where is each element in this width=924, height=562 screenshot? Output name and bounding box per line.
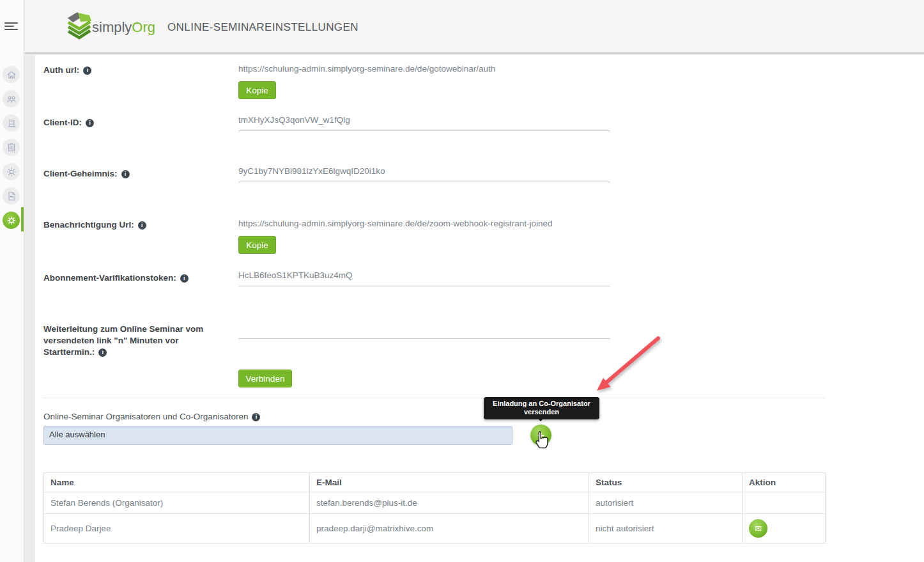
sidebar-item-people[interactable] bbox=[3, 90, 20, 107]
redirect-minutes-label: Weiterleitung zum Online Seminar vom ver… bbox=[43, 324, 226, 358]
app-header: simplyOrg ONLINE-SEMINAREINSTELLUNGEN bbox=[25, 0, 924, 54]
info-icon[interactable]: i bbox=[83, 66, 91, 75]
page-title: ONLINE-SEMINAREINSTELLUNGEN bbox=[167, 21, 358, 34]
organizer-email: stefan.berends@plus-it.de bbox=[310, 492, 589, 514]
client-id-label: Client-ID:i bbox=[43, 117, 94, 129]
notification-url-value: https://schulung-admin.simplyorg-seminar… bbox=[238, 219, 552, 228]
sidebar-item-seminars[interactable] bbox=[3, 139, 20, 156]
info-icon[interactable]: i bbox=[86, 119, 94, 127]
organizer-name: Pradeep Darjee bbox=[44, 514, 310, 543]
simplyorg-logo bbox=[65, 11, 93, 42]
building-icon bbox=[6, 118, 17, 129]
organizers-table: Name E-Mail Status Aktion Stefan Berends… bbox=[43, 472, 826, 543]
action-cell: ✉ bbox=[743, 514, 826, 543]
organizer-select[interactable]: Alle auswählen bbox=[43, 426, 512, 445]
client-secret-label: Client-Geheimnis:i bbox=[43, 168, 130, 180]
redirect-minutes-input-underline bbox=[238, 338, 610, 339]
client-id-input[interactable]: tmXHyXJsQ3qonVW_w1fQlg bbox=[238, 115, 350, 125]
client-id-input-underline bbox=[238, 130, 610, 131]
people-icon bbox=[6, 94, 17, 104]
info-icon[interactable]: i bbox=[138, 221, 146, 230]
table-row: Pradeep Darjee pradeep.darji@matrixhive.… bbox=[44, 514, 826, 543]
organizer-name: Stefan Berends (Organisator) bbox=[44, 492, 310, 514]
hand-cursor-icon bbox=[534, 430, 550, 451]
info-icon[interactable]: i bbox=[180, 274, 189, 283]
notification-url-label: Benachrichtigung Url:i bbox=[43, 219, 146, 231]
online-seminar-settings-page: simplyOrg ONLINE-SEMINAREINSTELLUNGEN Au… bbox=[0, 0, 924, 562]
sidebar-item-documents[interactable] bbox=[3, 187, 20, 205]
document-icon bbox=[6, 191, 17, 201]
home-icon bbox=[6, 70, 17, 80]
envelope-icon: ✉ bbox=[755, 524, 762, 533]
column-header-action: Aktion bbox=[743, 473, 826, 492]
sidebar-item-company[interactable] bbox=[3, 114, 20, 132]
red-annotation-arrow bbox=[575, 329, 677, 400]
column-header-email: E-Mail bbox=[310, 473, 589, 492]
sidebar-item-home[interactable] bbox=[3, 66, 20, 83]
copy-notification-url-button[interactable]: Kopie bbox=[238, 236, 276, 254]
action-cell bbox=[743, 492, 826, 514]
invite-tooltip: Einladung an Co-Organisator versenden bbox=[484, 397, 599, 419]
subscription-token-input-underline bbox=[238, 286, 610, 286]
brand-green: Org bbox=[132, 19, 155, 35]
active-nav-indicator bbox=[21, 207, 24, 231]
sidebar-item-settings-active[interactable] bbox=[3, 212, 20, 229]
subscription-token-input[interactable]: HcLB6feoS1KPTKuB3uz4mQ bbox=[238, 270, 353, 280]
tooltip-arrow bbox=[537, 418, 544, 425]
clipboard-icon bbox=[6, 143, 17, 153]
organizer-select-value: Alle auswählen bbox=[49, 430, 105, 439]
sidebar bbox=[0, 0, 24, 562]
status-badge: autorisiert bbox=[589, 492, 743, 514]
connect-button[interactable]: Verbinden bbox=[238, 370, 292, 387]
info-icon[interactable]: i bbox=[121, 170, 130, 178]
subscription-token-label: Abonnement-Varifikationstoken:i bbox=[43, 272, 189, 284]
brand-name: simplyOrg bbox=[92, 19, 155, 36]
column-header-status: Status bbox=[589, 473, 743, 492]
column-header-name: Name bbox=[44, 473, 310, 492]
table-header-row: Name E-Mail Status Aktion bbox=[44, 473, 826, 492]
client-secret-input[interactable]: 9yC1by7NYBi981lzYxE6lgwqID20i1ko bbox=[238, 166, 385, 176]
organizers-section-label: Online-Seminar Organisatoren und Co-Orga… bbox=[43, 412, 260, 421]
status-badge: nicht autorisiert bbox=[589, 514, 743, 543]
auth-url-label: Auth url:i bbox=[43, 65, 91, 76]
info-icon[interactable]: i bbox=[252, 413, 260, 421]
client-secret-input-underline bbox=[238, 182, 610, 182]
auth-url-value: https://schulung-admin.simplyorg-seminar… bbox=[238, 64, 495, 74]
gear-icon bbox=[6, 215, 17, 226]
menu-toggle-button[interactable] bbox=[4, 22, 18, 32]
section-divider bbox=[43, 398, 825, 398]
copy-auth-url-button[interactable]: Kopie bbox=[238, 81, 276, 99]
send-email-button[interactable]: ✉ bbox=[749, 519, 767, 538]
brand-gray: simply bbox=[92, 19, 132, 35]
organizer-email: pradeep.darji@matrixhive.com bbox=[310, 514, 589, 543]
info-icon[interactable]: i bbox=[98, 348, 107, 357]
integration-icon bbox=[6, 167, 17, 177]
sidebar-item-integrations[interactable] bbox=[3, 163, 20, 180]
table-row: Stefan Berends (Organisator) stefan.bere… bbox=[44, 492, 826, 514]
